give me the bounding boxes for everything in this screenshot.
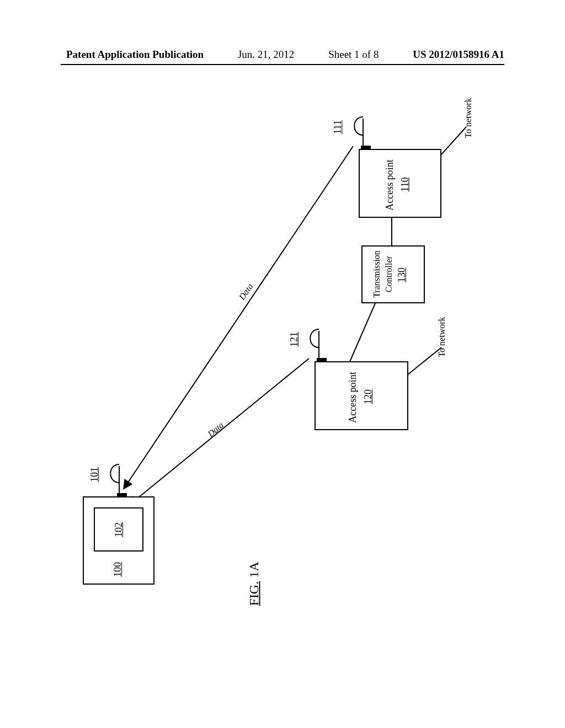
header-sheet: Sheet 1 of 8	[328, 49, 379, 61]
ap2-network: To network	[437, 317, 447, 357]
figure-label: FIG. 1A	[247, 561, 262, 606]
ctrl-label-b: Controller	[384, 256, 394, 292]
ref-111: 111	[332, 120, 344, 135]
header-number: US 2012/0158916 A1	[413, 49, 504, 61]
header-rule	[61, 64, 504, 65]
ref-102: 102	[113, 522, 125, 537]
ref-130: 130	[396, 267, 408, 282]
ref-100: 100	[112, 562, 124, 577]
ctrl-label-a: Transmission	[372, 250, 382, 298]
svg-line-8	[441, 127, 466, 154]
ref-110: 110	[399, 177, 411, 191]
svg-line-0	[124, 146, 353, 488]
figure-label-fig: FIG.	[247, 581, 261, 606]
ap1-label: Access point	[384, 159, 396, 210]
ap2-label: Access point	[347, 372, 359, 422]
ap1-network: To network	[463, 98, 473, 138]
ref-120: 120	[363, 389, 374, 404]
svg-line-11	[349, 303, 375, 363]
ref-121: 121	[289, 332, 300, 347]
figure-label-num: 1A	[247, 561, 261, 577]
device-inner-box: 102	[94, 507, 143, 552]
page-header: Patent Application Publication Jun. 21, …	[0, 49, 565, 61]
ref-101: 101	[89, 467, 100, 482]
access-point-2	[315, 361, 408, 430]
header-date: Jun. 21, 2012	[238, 49, 294, 61]
header-publication: Patent Application Publication	[66, 49, 204, 61]
figure-1a: 102 100 101 Access point 110 111 To netw…	[66, 83, 502, 656]
